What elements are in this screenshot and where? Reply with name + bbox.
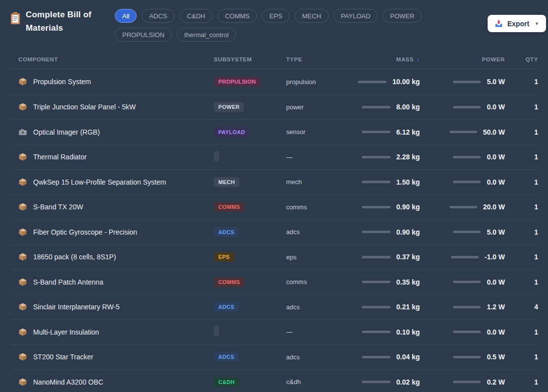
component-name: QwkSep 15 Low-Profile Separation System xyxy=(33,178,166,186)
mass-value: 0.10 kg xyxy=(397,328,420,336)
table-row[interactable]: Sinclair Interplanetary RW-5 ADCS adcs 0… xyxy=(10,294,538,320)
component-type: adcs xyxy=(286,303,353,311)
power-bar xyxy=(451,256,479,258)
power-bar xyxy=(453,156,481,158)
column-header-qty[interactable]: QTY xyxy=(505,56,538,62)
table-row[interactable]: 18650 pack (8 cells, 8S1P) EPS eps 0.37 … xyxy=(10,245,538,270)
table-row[interactable]: Triple Junction Solar Panel - 5kW POWER … xyxy=(10,95,538,120)
filter-chip-label: POWER xyxy=(390,12,414,20)
bom-table: COMPONENT SUBSYSTEM TYPE MASS↓ POWER QTY… xyxy=(0,49,548,392)
subsystem-badge: PROPULSION xyxy=(214,77,260,87)
filter-chip-c-dh[interactable]: C&DH xyxy=(180,9,213,23)
table-row[interactable]: S-Band Patch Antenna COMMS comms 0.35 kg… xyxy=(10,269,538,294)
filter-chip-label: thermal_control xyxy=(184,31,229,39)
mass-value: 2.28 kg xyxy=(397,153,420,161)
qty-value: 1 xyxy=(505,203,538,211)
subsystem-badge: COMMS xyxy=(214,202,245,212)
filter-chip-comms[interactable]: COMMS xyxy=(217,9,257,23)
subsystem-badge: MECH xyxy=(214,177,240,187)
power-bar xyxy=(453,81,481,83)
power-value: 0.2 W xyxy=(487,378,505,386)
mass-bar xyxy=(362,181,391,183)
subsystem-badge: PAYLOAD xyxy=(214,127,249,137)
title-block: Complete Bill of Materials xyxy=(10,8,105,35)
component-name: Thermal Radiator xyxy=(33,153,87,161)
package-icon xyxy=(18,252,27,261)
filter-chip-mech[interactable]: MECH xyxy=(295,9,328,23)
column-header-mass[interactable]: MASS↓ xyxy=(353,55,420,63)
filter-chip-label: MECH xyxy=(302,12,321,20)
export-button[interactable]: Export ▼ xyxy=(488,15,546,32)
mass-value: 0.37 kg xyxy=(397,253,420,261)
power-value: 0.0 W xyxy=(487,153,505,161)
filter-chip-label: C&DH xyxy=(187,12,205,20)
table-row[interactable]: QwkSep 15 Low-Profile Separation System … xyxy=(10,169,538,195)
filter-chip-propulsion[interactable]: PROPULSION xyxy=(115,28,172,42)
filter-chip-payload[interactable]: PAYLOAD xyxy=(334,9,378,23)
filter-chip-label: PROPULSION xyxy=(122,31,164,39)
filter-chip-power[interactable]: POWER xyxy=(383,9,422,23)
power-value: 5.0 W xyxy=(487,78,505,86)
subsystem-badge: POWER xyxy=(214,102,244,112)
camera-icon xyxy=(18,128,27,137)
table-row[interactable]: S-Band TX 20W COMMS comms 0.90 kg 20.0 W… xyxy=(10,195,538,220)
filter-chip-label: PAYLOAD xyxy=(341,12,370,20)
component-name: Fiber Optic Gyroscope - Precision xyxy=(33,228,137,236)
power-value: 0.5 W xyxy=(487,353,505,361)
table-row[interactable]: Propulsion System PROPULSION propulsion … xyxy=(10,69,538,95)
component-name: S-Band Patch Antenna xyxy=(33,278,103,286)
mass-bar xyxy=(362,281,391,283)
filter-chip-adcs[interactable]: ADCS xyxy=(142,9,174,23)
component-name: Propulsion System xyxy=(33,78,91,86)
package-icon xyxy=(18,278,27,287)
column-header-subsystem[interactable]: SUBSYSTEM xyxy=(214,56,286,62)
mass-bar xyxy=(362,206,391,208)
table-body: Propulsion System PROPULSION propulsion … xyxy=(10,69,538,392)
package-icon xyxy=(18,352,27,361)
component-type: c&dh xyxy=(286,378,353,386)
qty-value: 4 xyxy=(505,303,538,311)
table-row[interactable]: NanoMind A3200 OBC C&DH c&dh 0.02 kg 0.2… xyxy=(10,369,538,392)
filter-chip-thermal-control[interactable]: thermal_control xyxy=(177,28,236,42)
mass-bar xyxy=(362,106,391,108)
column-header-type[interactable]: TYPE xyxy=(286,56,353,62)
qty-value: 1 xyxy=(505,328,538,336)
table-row[interactable]: Optical Imager (RGB) PAYLOAD sensor 6.12… xyxy=(10,119,538,145)
table-header-row: COMPONENT SUBSYSTEM TYPE MASS↓ POWER QTY xyxy=(10,49,538,69)
column-header-power[interactable]: POWER xyxy=(420,56,505,62)
mass-value: 0.90 kg xyxy=(397,228,420,236)
mass-bar xyxy=(362,231,391,233)
subsystem-badge: EPS xyxy=(214,252,234,262)
mass-value: 8.00 kg xyxy=(397,103,420,111)
mass-value: 0.04 kg xyxy=(397,353,420,361)
filter-chip-all[interactable]: All xyxy=(115,9,137,23)
power-bar xyxy=(453,381,481,383)
table-row[interactable]: ST200 Star Tracker ADCS adcs 0.04 kg 0.5… xyxy=(10,344,538,370)
power-bar xyxy=(453,231,481,233)
qty-value: 1 xyxy=(505,178,538,186)
power-bar xyxy=(453,306,481,308)
table-row[interactable]: Fiber Optic Gyroscope - Precision ADCS a… xyxy=(10,219,538,245)
package-icon xyxy=(18,102,27,111)
power-value: 50.0 W xyxy=(483,128,505,136)
subsystem-badge: COMMS xyxy=(214,277,245,287)
subsystem-badge xyxy=(214,326,219,336)
filter-chip-label: All xyxy=(122,12,129,20)
mass-bar xyxy=(362,331,391,333)
qty-value: 1 xyxy=(505,228,538,236)
component-type: comms xyxy=(286,278,353,286)
power-value: 0.0 W xyxy=(487,278,505,286)
export-label: Export xyxy=(507,20,529,28)
column-header-component[interactable]: COMPONENT xyxy=(10,56,214,62)
component-type: sensor xyxy=(286,128,353,136)
component-type: — xyxy=(286,153,353,161)
table-row[interactable]: Multi-Layer Insulation — 0.10 kg 0.0 W 1 xyxy=(10,319,538,344)
qty-value: 1 xyxy=(505,353,538,361)
page-title: Complete Bill of Materials xyxy=(26,8,105,35)
component-type: mech xyxy=(286,178,353,186)
power-value: 0.0 W xyxy=(487,178,505,186)
filter-chip-eps[interactable]: EPS xyxy=(262,9,290,23)
subsystem-badge: C&DH xyxy=(214,377,239,387)
power-value: 0.0 W xyxy=(487,103,505,111)
table-row[interactable]: Thermal Radiator — 2.28 kg 0.0 W 1 xyxy=(10,145,538,170)
